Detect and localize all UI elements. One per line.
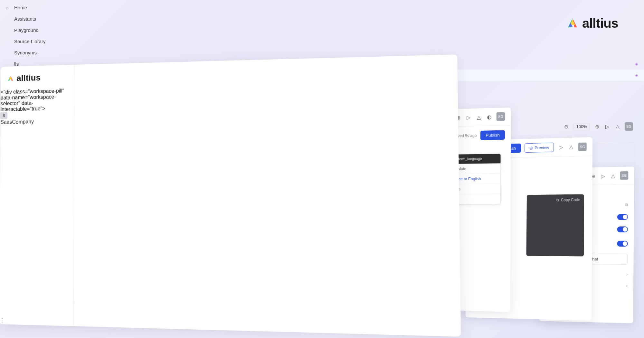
toggle-switch[interactable]: [617, 214, 628, 220]
chevron-right-icon: ›: [626, 283, 628, 288]
workspace-badge: S: [0, 112, 7, 119]
brand-top: alltius: [566, 16, 618, 31]
announce-icon[interactable]: ▷: [604, 123, 611, 130]
sidebar-item[interactable]: Source Library: [0, 36, 644, 47]
avatar[interactable]: SG: [497, 112, 505, 121]
nav-label: Home: [14, 5, 27, 10]
toolbar: ⊖ 100% ⊕ ▷ △ SG: [563, 122, 636, 131]
copy-code-button[interactable]: Copy Code: [561, 198, 580, 202]
avatar[interactable]: SG: [625, 122, 633, 131]
zoom-value: 100%: [573, 123, 590, 130]
zoom-out-icon[interactable]: ⊖: [563, 123, 570, 130]
zoom-in-icon[interactable]: ⊕: [594, 123, 600, 130]
sidebar-brand-text: alltius: [16, 73, 41, 83]
avatar[interactable]: SG: [620, 171, 628, 180]
bell-icon[interactable]: △: [614, 123, 621, 130]
workspace-name: SaasCompany: [0, 118, 74, 319]
toggle-switch[interactable]: [617, 226, 628, 232]
chevron-right-icon: ›: [626, 272, 628, 277]
sidebar-item[interactable]: Playground: [0, 24, 644, 36]
nav-badge-icon: ◈: [635, 73, 638, 78]
bell-icon[interactable]: △: [476, 114, 482, 120]
announce-icon[interactable]: ▷: [600, 173, 606, 179]
dashboard-panel: alltius <"div class="workspace-pill" dat…: [0, 54, 461, 337]
brand-name: alltius: [582, 16, 618, 31]
nav-label: Assistants: [14, 16, 36, 22]
copy-icon: ⧉: [556, 198, 559, 202]
nav-label: Synonyms: [14, 50, 37, 55]
nav-icon: ⌂: [6, 5, 11, 10]
sidebar-item[interactable]: ⌂Home: [0, 2, 644, 13]
nav-badge-icon: ◈: [635, 61, 638, 66]
eye-icon: ◎: [529, 146, 533, 150]
brand-logo-icon: [566, 17, 579, 30]
toggle-switch[interactable]: [617, 241, 628, 247]
avatar[interactable]: SG: [578, 142, 587, 151]
sidebar-item[interactable]: Assistants: [0, 13, 644, 24]
external-link-icon: ⧉: [625, 202, 628, 208]
nav-label: lls: [14, 61, 19, 67]
nav-label: Playground: [14, 27, 39, 33]
headset-icon[interactable]: ◐: [486, 114, 492, 120]
publish-button[interactable]: Publish: [480, 130, 505, 140]
bell-icon[interactable]: △: [610, 173, 616, 179]
announce-icon[interactable]: ▷: [558, 144, 564, 151]
sidebar: alltius <"div class="workspace-pill" dat…: [0, 65, 74, 326]
announce-icon[interactable]: ▷: [465, 114, 472, 121]
sidebar-brand: alltius: [1, 65, 74, 89]
preview-button[interactable]: ◎Preview: [525, 143, 554, 153]
brand-logo-icon: [7, 75, 14, 82]
bell-icon[interactable]: △: [568, 144, 574, 150]
code-block: ⧉Copy Code: [526, 194, 584, 256]
sidebar-item[interactable]: Synonyms: [0, 47, 644, 58]
nav-label: Source Library: [14, 39, 46, 44]
